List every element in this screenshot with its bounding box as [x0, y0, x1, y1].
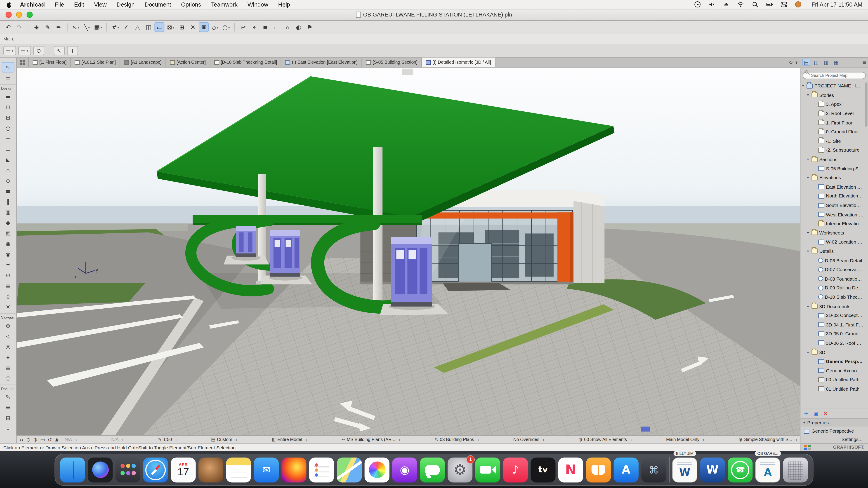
toolbar-button-adjust[interactable]: ⊞	[177, 22, 187, 32]
quick-setting[interactable]: N/A	[111, 437, 124, 442]
tree-item[interactable]: 0. Ground Floor	[800, 127, 868, 136]
control-center-icon[interactable]	[780, 1, 788, 8]
navigator-action-button-add-viewpoint[interactable]: +	[804, 410, 809, 416]
tree-item[interactable]: 3D-04 1. First Floo...	[800, 320, 868, 329]
nav-button-zoom-in[interactable]: ⊕	[33, 437, 37, 442]
control-button[interactable]	[49, 46, 49, 55]
wifi-icon[interactable]	[737, 1, 745, 8]
dock-item-notes[interactable]	[226, 457, 251, 482]
toolbox-item[interactable]: Docume	[0, 385, 16, 392]
tree-item[interactable]: ▾PROJECT NAME HERE	[800, 81, 868, 91]
toolbar-button[interactable]	[28, 23, 28, 31]
tree-item[interactable]: 00 Untitled Path	[800, 375, 868, 384]
toolbox-item-beam[interactable]: ─	[0, 133, 16, 144]
navigator-menu-icon[interactable]: ≡	[862, 59, 866, 65]
nav-button-zoom-out[interactable]: ⊖	[26, 437, 30, 442]
eject-icon[interactable]	[723, 1, 730, 8]
toolbox-item-annotation[interactable]: ✎	[0, 392, 16, 402]
control-button-pickup-params[interactable]: ▭	[3, 46, 16, 55]
toolbox-item[interactable]: Design	[0, 84, 16, 91]
menu-item[interactable]: File	[50, 1, 69, 8]
toolbar-button-angle-snap[interactable]: ∠	[121, 22, 131, 32]
toolbar-button[interactable]	[106, 23, 107, 31]
dock-item-books[interactable]	[586, 457, 611, 482]
dock-item-archicad-document[interactable]: AOB GARE...	[755, 457, 780, 482]
view-tab[interactable]: [Action Center]	[166, 58, 210, 67]
nav-button-walk-mode[interactable]: ♟	[55, 437, 59, 442]
toolbar-button-marquee[interactable]: ▭	[155, 22, 164, 32]
tree-item[interactable]: 3D-06 2. Roof Lev...	[800, 338, 868, 348]
toolbox-item-shell[interactable]: ∩	[0, 165, 16, 175]
toolbox-item-wall[interactable]: ▬	[0, 91, 16, 102]
view-map-tab-icon[interactable]: ◫	[812, 59, 820, 66]
tree-item[interactable]: ▾Elevations	[800, 173, 868, 182]
tree-item[interactable]: W-02 Location Ma...	[800, 237, 868, 247]
toolbar-button-pencil[interactable]: ✎	[43, 22, 53, 32]
toolbox-item-worksheet[interactable]: ▤	[0, 362, 16, 373]
menu-item[interactable]: Design	[112, 1, 140, 8]
tree-item[interactable]: 3D-03 Conceptual...	[800, 311, 868, 320]
battery-icon[interactable]	[766, 1, 773, 8]
navigator-action-button-delete-viewpoint[interactable]: ✕	[823, 410, 828, 416]
toolbar-button[interactable]	[67, 23, 67, 31]
quad-view-button[interactable]	[17, 58, 29, 67]
tree-item[interactable]: Generic Perspect...	[800, 357, 868, 366]
view-tab[interactable]: [1. First Floor]	[29, 58, 71, 67]
dock-item-facetime[interactable]	[475, 457, 500, 482]
menu-item[interactable]: Window	[243, 1, 273, 8]
dock-item-firefox[interactable]	[281, 457, 306, 482]
tree-item[interactable]: ▾Details	[800, 247, 868, 256]
nav-button-pan[interactable]: ↔	[20, 437, 24, 442]
tree-scrollbar[interactable]	[865, 83, 867, 127]
tree-item[interactable]: 2. Roof Level	[800, 109, 868, 118]
quick-setting[interactable]: ✎03 Building Plans	[434, 437, 479, 442]
toolbox-item-skylight[interactable]: ◇	[0, 175, 16, 186]
toolbar-button-undo[interactable]: ↶	[3, 22, 13, 32]
menu-item[interactable]: View	[89, 1, 112, 8]
toolbar-button-target[interactable]: ⌖	[249, 22, 259, 32]
dock-item-podcasts[interactable]: ◉	[392, 457, 417, 482]
toolbox-item-shape[interactable]: ◊	[0, 291, 16, 302]
toolbox-item-arrow[interactable]: ↖	[2, 62, 14, 72]
toolbox-item-detail[interactable]: ◌	[0, 373, 16, 384]
dock-item-reminders[interactable]	[309, 457, 334, 482]
toolbox-item-opening[interactable]: ⊘	[0, 270, 16, 281]
tree-item[interactable]: D-09 Railing Detai...	[800, 283, 868, 293]
tree-item[interactable]: West Elevation (A...	[800, 210, 868, 219]
toolbar-button[interactable]	[235, 23, 235, 31]
project-map-tab-icon[interactable]: ▤	[802, 59, 811, 66]
toolbar-button-layers[interactable]: ≡	[260, 22, 270, 32]
tree-item[interactable]: S-05 Building Sec...	[800, 164, 868, 173]
properties-header[interactable]: Properties	[800, 418, 868, 427]
toolbox-item-mesh[interactable]: ▦	[0, 238, 16, 249]
toolbox-item-slab[interactable]: ▭	[0, 144, 16, 155]
quick-setting[interactable]: ◉Simple Shading with S...	[739, 437, 797, 442]
toolbar-button-line-tool[interactable]: ╲	[82, 22, 92, 32]
tree-item[interactable]: D-08 Foundation D...	[800, 274, 868, 283]
dock-item-word[interactable]: W	[700, 457, 725, 482]
toolbox-item-morph[interactable]: ◆	[0, 217, 16, 228]
play-circle-icon[interactable]	[694, 1, 702, 8]
app-menu-archicad[interactable]: Archicad	[15, 1, 50, 8]
menu-item[interactable]: Teamwork	[206, 1, 243, 8]
tree-item[interactable]: D-07 Conservancy...	[800, 265, 868, 274]
tree-item[interactable]: D-10 Slab Theckni...	[800, 293, 868, 302]
dock-item-launchpad[interactable]	[116, 457, 141, 482]
dock-item-photos[interactable]	[365, 457, 390, 482]
tree-item[interactable]: ▾Worksheets	[800, 228, 868, 237]
tabbar-button-tab-overflow[interactable]: ▾	[795, 59, 798, 65]
quick-setting[interactable]: ▤Custom	[211, 437, 237, 442]
user-avatar[interactable]	[795, 1, 802, 8]
tree-item[interactable]: 3. Apex	[800, 100, 868, 109]
toolbar-button-flag[interactable]: ⚑	[305, 22, 315, 32]
toolbar-button-select-area[interactable]: ▣	[199, 22, 209, 32]
quick-setting[interactable]: ◑00 Show All Elements	[579, 437, 632, 442]
toolbox-item-marquee[interactable]: ▭	[0, 72, 16, 83]
toolbar-button-arrow-tool[interactable]: ↖	[71, 22, 81, 32]
control-button-inject-params[interactable]: ▭	[18, 46, 31, 55]
toolbox-item-curtain-wall[interactable]: ▥	[0, 207, 16, 218]
quick-setting[interactable]: N/A	[65, 437, 77, 442]
toolbar-button-pen[interactable]: ✒	[54, 22, 64, 32]
menu-item[interactable]: Help	[273, 1, 295, 8]
toolbox-item-grid-element[interactable]: ⊞	[0, 413, 16, 423]
